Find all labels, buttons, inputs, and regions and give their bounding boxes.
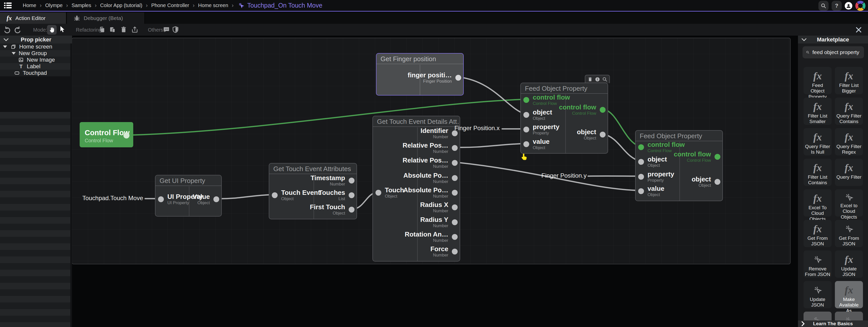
- tree-item-new-image[interactable]: New Image: [0, 57, 70, 63]
- port-dot[interactable]: [600, 132, 606, 137]
- port-property-in[interactable]: propertyProperty: [523, 123, 559, 136]
- port-property-in[interactable]: propertyProperty: [638, 170, 674, 183]
- port-value-out[interactable]: ValueObject: [193, 193, 219, 206]
- port-absolute-pos-y-out[interactable]: Absolute Po…Number: [403, 186, 458, 199]
- port-dot[interactable]: [638, 188, 644, 194]
- delete-button[interactable]: [120, 26, 128, 34]
- marketplace-header[interactable]: Marketplace: [798, 36, 868, 43]
- pan-mode-button[interactable]: [47, 25, 57, 35]
- marketplace-tile[interactable]: fxQuery Filter Regex: [835, 128, 863, 155]
- port-control-flow-out[interactable]: control flowControl Flow: [674, 150, 720, 163]
- port-dot[interactable]: [272, 192, 278, 198]
- port-touches-out[interactable]: TouchesList: [318, 189, 354, 202]
- menu-icon[interactable]: [4, 2, 12, 9]
- node-get-ui-property[interactable]: Get UI Property UI PropertyUI Property V…: [155, 175, 222, 217]
- breadcrumb-item[interactable]: Home screen: [198, 3, 228, 8]
- close-editor-button[interactable]: [855, 26, 862, 34]
- port-value-in[interactable]: valueObject: [638, 185, 664, 198]
- port-value-in[interactable]: valueObject: [523, 137, 550, 151]
- export-button[interactable]: [131, 26, 139, 34]
- node-get-touch-event-details[interactable]: Get Touch Event Details Att… TouchObject…: [372, 116, 460, 262]
- search-button[interactable]: [818, 1, 829, 11]
- port-dot[interactable]: [600, 107, 606, 113]
- port-radius-x-out[interactable]: Radius XNumber: [420, 201, 458, 214]
- port-relative-pos-y-out[interactable]: Relative Pos…Number: [403, 156, 458, 169]
- breadcrumb-item[interactable]: Home: [23, 3, 36, 8]
- marketplace-tile[interactable]: fxQuery Filter Is Null: [804, 128, 832, 155]
- shield-button[interactable]: [172, 26, 180, 34]
- port-dot[interactable]: [349, 178, 354, 184]
- avatar[interactable]: [845, 2, 852, 10]
- port-rotation-angle-out[interactable]: Rotation An…Number: [405, 230, 458, 243]
- port-dot[interactable]: [638, 174, 644, 180]
- port-dot[interactable]: [452, 160, 458, 166]
- marketplace-tile[interactable]: Excel to Cloud Objects: [835, 189, 863, 217]
- port-dot[interactable]: [715, 179, 720, 185]
- port-dot[interactable]: [349, 192, 354, 198]
- port-dot[interactable]: [452, 204, 458, 210]
- breadcrumb-item[interactable]: Color App (tutorial): [100, 3, 142, 8]
- port-dot[interactable]: [638, 144, 644, 150]
- marketplace-search[interactable]: [803, 46, 864, 58]
- breadcrumb-item[interactable]: Phone Controller: [151, 3, 189, 8]
- port-control-flow-out[interactable]: control flowControl Flow: [559, 103, 606, 116]
- marketplace-tile[interactable]: fxQuery Filter: [835, 159, 863, 186]
- port-dot[interactable]: [523, 112, 529, 118]
- tab-debugger[interactable]: Debugger (Beta): [67, 12, 145, 24]
- marketplace-tile[interactable]: fxFilter List Contains: [804, 159, 832, 186]
- breadcrumb-item[interactable]: Samples: [71, 3, 91, 8]
- port-object-in[interactable]: objectObject: [638, 155, 667, 168]
- port-absolute-pos-x-out[interactable]: Absolute Po…Number: [403, 171, 458, 185]
- node-feed-object-property-2[interactable]: Feed Object Property control flowControl…: [635, 130, 723, 201]
- port-dot[interactable]: [452, 190, 458, 196]
- search-input[interactable]: [812, 49, 860, 55]
- tree-item-new-group[interactable]: New Group: [0, 50, 70, 57]
- node-control-flow[interactable]: Control Flow Control Flow: [80, 122, 133, 147]
- caret-down-icon[interactable]: [3, 45, 7, 48]
- port-object-out[interactable]: objectObject: [577, 128, 606, 141]
- learn-the-basics-bar[interactable]: Learn The Basics: [798, 320, 868, 327]
- port-finger-position-out[interactable]: finger positi…Finger Position: [408, 71, 461, 84]
- info-icon[interactable]: [595, 77, 600, 82]
- help-button[interactable]: ?: [832, 1, 842, 11]
- port-dot[interactable]: [349, 207, 354, 212]
- tree-item-label[interactable]: T Label: [0, 63, 70, 70]
- port-dot[interactable]: [375, 190, 381, 196]
- marketplace-tile[interactable]: fxExcel To Cloud Objects: [804, 189, 832, 217]
- prop-picker-header[interactable]: Prop picker: [0, 36, 72, 43]
- marketplace-tile[interactable]: fxFeed Object Property: [804, 67, 832, 94]
- breadcrumb-item[interactable]: Olympe: [45, 3, 63, 8]
- port-force-out[interactable]: ForceNumber: [430, 245, 458, 258]
- port-dot[interactable]: [638, 159, 644, 165]
- port-dot[interactable]: [715, 154, 720, 160]
- control-flow-output-port[interactable]: [123, 132, 129, 138]
- port-dot[interactable]: [158, 196, 164, 202]
- port-object-in[interactable]: objectObject: [523, 108, 552, 121]
- port-first-touch-out[interactable]: First TouchObject: [310, 203, 354, 216]
- marketplace-tile[interactable]: fxUpdate JSON: [835, 251, 863, 278]
- port-dot[interactable]: [213, 196, 219, 202]
- port-dot[interactable]: [523, 141, 529, 147]
- comment-button[interactable]: [163, 26, 170, 34]
- redo-button[interactable]: [14, 26, 21, 34]
- caret-down-icon[interactable]: [12, 52, 16, 55]
- marketplace-tile[interactable]: Get From JSON: [835, 220, 863, 247]
- port-touch-event-in[interactable]: Touch EventObject: [272, 189, 320, 202]
- copy-button[interactable]: [99, 26, 106, 34]
- tree-item-home-screen[interactable]: Home screen: [0, 43, 70, 50]
- marketplace-tile[interactable]: fxGet From JSON: [804, 220, 832, 247]
- tree-item-touchpad[interactable]: Touchpad: [0, 70, 70, 76]
- marketplace-tile[interactable]: Update JSON: [804, 281, 832, 308]
- marketplace-tile-selected[interactable]: fxMake Available As Resource: [835, 281, 863, 308]
- port-timestamp-out[interactable]: TimestampNumber: [310, 174, 354, 187]
- port-radius-y-out[interactable]: Radius YNumber: [420, 216, 458, 229]
- port-identifier-out[interactable]: IdentifierNumber: [421, 127, 458, 140]
- marketplace-tile[interactable]: fxFilter List Bigger: [835, 67, 863, 94]
- node-feed-object-property-1[interactable]: Feed Object Property control flowControl…: [520, 83, 608, 154]
- port-object-out[interactable]: objectObject: [691, 175, 720, 188]
- tab-action-editor[interactable]: fx Action Editor: [0, 12, 66, 24]
- port-dot[interactable]: [452, 234, 458, 240]
- marketplace-tile[interactable]: fxQuery Filter Contains: [835, 98, 863, 125]
- port-dot[interactable]: [452, 219, 458, 225]
- port-dot[interactable]: [452, 175, 458, 181]
